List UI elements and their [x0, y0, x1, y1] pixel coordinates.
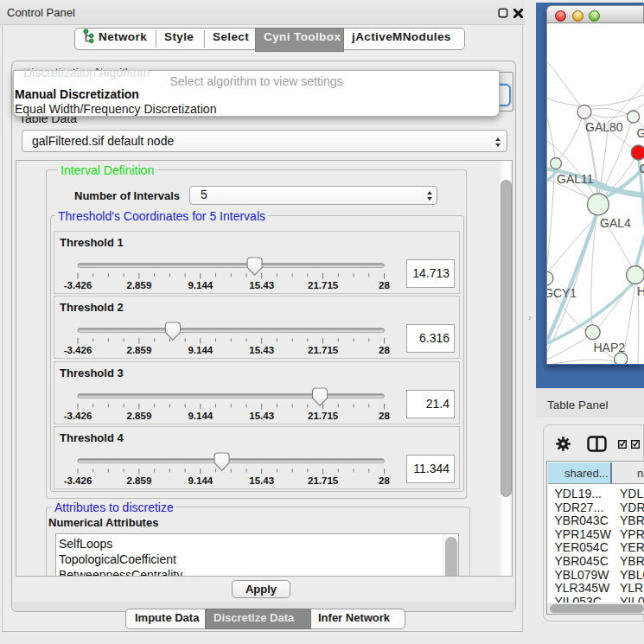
- svg-text:9.144: 9.144: [188, 280, 213, 290]
- svg-text:28: 28: [379, 280, 390, 290]
- svg-text:21.715: 21.715: [308, 280, 339, 290]
- svg-text:H: H: [637, 284, 644, 298]
- svg-text:GAL: GAL: [637, 126, 644, 140]
- svg-text:15.43: 15.43: [249, 475, 274, 486]
- svg-text:-3.426: -3.426: [64, 280, 92, 290]
- svg-text:C: C: [640, 162, 644, 175]
- svg-text:2.859: 2.859: [127, 410, 152, 420]
- svg-text:GAL11: GAL11: [557, 172, 594, 186]
- svg-text:28: 28: [379, 410, 390, 420]
- svg-text:-3.426: -3.426: [64, 345, 92, 355]
- svg-text:2.859: 2.859: [127, 280, 152, 290]
- svg-text:9.144: 9.144: [188, 475, 213, 486]
- svg-text:GAL80: GAL80: [585, 120, 623, 134]
- svg-text:2.859: 2.859: [127, 345, 152, 355]
- svg-text:21.715: 21.715: [308, 410, 339, 420]
- svg-text:28: 28: [379, 475, 390, 486]
- svg-text:-3.426: -3.426: [64, 410, 92, 420]
- svg-text:21.715: 21.715: [308, 345, 339, 355]
- svg-text:21.715: 21.715: [308, 475, 339, 486]
- svg-text:-3.426: -3.426: [64, 475, 92, 486]
- svg-text:9.144: 9.144: [188, 345, 213, 355]
- svg-text:9.144: 9.144: [188, 410, 213, 420]
- svg-text:HAP2: HAP2: [594, 341, 626, 354]
- svg-text:GAL4: GAL4: [600, 216, 631, 230]
- svg-text:28: 28: [379, 345, 390, 355]
- svg-text:15.43: 15.43: [249, 410, 274, 420]
- svg-text:2.859: 2.859: [127, 475, 152, 486]
- svg-text:15.43: 15.43: [249, 345, 274, 355]
- svg-text:15.43: 15.43: [249, 280, 274, 290]
- svg-text:GCY1: GCY1: [547, 286, 577, 300]
